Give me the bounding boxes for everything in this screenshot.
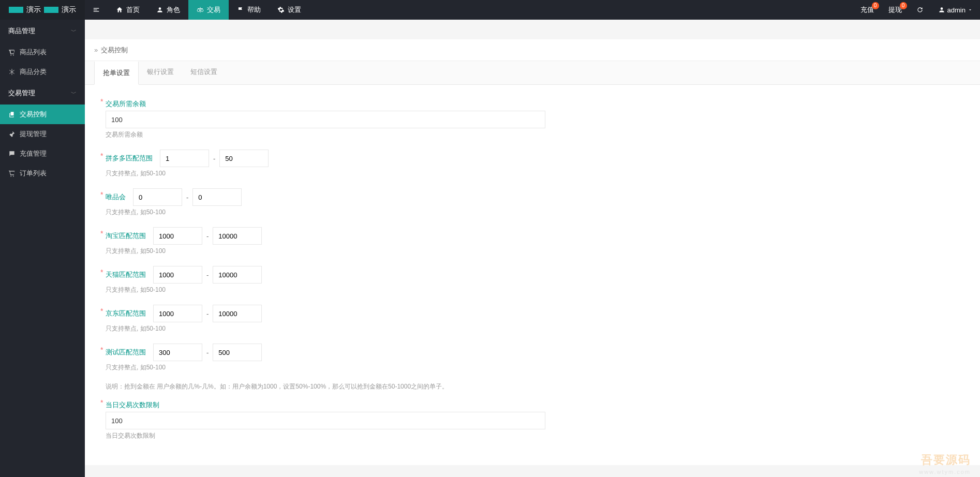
sidebar-item-product-category[interactable]: 商品分类 — [0, 62, 85, 82]
field-range-tmall: 天猫匹配范围 - 只支持整点, 如50-100 — [106, 266, 959, 294]
tab-label: 抢单设置 — [103, 69, 130, 77]
sidebar-group-trade-label: 交易管理 — [8, 88, 35, 98]
logo-text-1: 演示 — [26, 5, 41, 14]
daily-limit-help: 当日交易次数限制 — [106, 431, 959, 440]
sidebar-item-withdraw-manage[interactable]: 提现管理 — [0, 124, 85, 144]
breadcrumb: » 交易控制 — [85, 39, 980, 61]
range-max-input[interactable] — [192, 188, 242, 206]
sidebar: 商品管理 ﹀ 商品列表 商品分类 交易管理 ﹀ 交易控制 提现管理 充值管理 订… — [0, 20, 85, 465]
recharge-button[interactable]: 充值 0 — [853, 0, 881, 20]
tab-sms-settings[interactable]: 短信设置 — [182, 61, 226, 84]
top-header: 演示 演示 首页 角色 交易 帮助 设置 充值 0 — [0, 0, 980, 20]
chevron-down-icon: ﹀ — [71, 27, 77, 35]
range-min-input[interactable] — [160, 150, 209, 167]
breadcrumb-sep-icon: » — [94, 46, 98, 54]
tab-label: 银行设置 — [147, 68, 174, 76]
menu-toggle-button[interactable] — [85, 0, 108, 20]
range-help: 只支持整点, 如50-100 — [106, 169, 959, 178]
range-max-input[interactable] — [213, 266, 262, 284]
content-panel: 抢单设置 银行设置 短信设置 交易所需余额 交易所需余额 拼多多匹配范围 - 只… — [85, 61, 980, 465]
range-help: 只支持整点, 如50-100 — [106, 247, 959, 256]
range-label: 天猫匹配范围 — [106, 270, 146, 279]
cart-icon — [8, 49, 16, 56]
range-help: 只支持整点, 如50-100 — [106, 286, 959, 294]
menu-icon — [93, 6, 100, 13]
snow-icon — [8, 68, 16, 76]
nav-help-label: 帮助 — [247, 5, 261, 14]
nav-trade-label: 交易 — [207, 5, 220, 14]
dash: - — [206, 310, 209, 318]
nav-settings[interactable]: 设置 — [269, 0, 309, 20]
balance-input[interactable] — [106, 111, 545, 128]
dash: - — [206, 349, 209, 356]
sidebar-item-label: 订单列表 — [20, 169, 47, 178]
header-spacer — [309, 0, 853, 20]
user-menu[interactable]: admin — [931, 0, 980, 20]
withdraw-button[interactable]: 提现 0 — [881, 0, 909, 20]
sidebar-item-label: 充值管理 — [20, 149, 47, 158]
nav-home-label: 首页 — [126, 5, 140, 14]
dash: - — [206, 271, 209, 279]
field-range-test: 测试匹配范围 - 只支持整点, 如50-100 — [106, 344, 959, 372]
logo: 演示 演示 — [0, 0, 85, 20]
sidebar-group-product-label: 商品管理 — [8, 26, 35, 36]
tab-bank-settings[interactable]: 银行设置 — [139, 61, 182, 84]
dash: - — [213, 155, 215, 162]
refresh-icon — [916, 6, 924, 13]
range-min-input[interactable] — [153, 344, 202, 361]
gear-icon — [277, 6, 285, 13]
copy-icon — [8, 111, 16, 118]
range-max-input[interactable] — [213, 227, 262, 245]
form-note: 说明：抢到金额在 用户余额的几%-几%。如：用户余额为1000，设置50%-10… — [106, 382, 959, 391]
tab-label: 短信设置 — [190, 68, 217, 76]
daily-limit-input[interactable] — [106, 412, 545, 429]
range-min-input[interactable] — [153, 227, 202, 245]
nav-role[interactable]: 角色 — [148, 0, 188, 20]
balance-label: 交易所需余额 — [106, 99, 146, 109]
balance-help: 交易所需余额 — [106, 130, 959, 139]
refresh-button[interactable] — [909, 0, 931, 20]
sidebar-item-label: 交易控制 — [20, 110, 47, 119]
field-range-taobao: 淘宝匹配范围 - 只支持整点, 如50-100 — [106, 227, 959, 256]
nav-home[interactable]: 首页 — [108, 0, 148, 20]
chevron-down-icon — [968, 6, 973, 13]
logo-text-2: 演示 — [62, 5, 76, 14]
range-label: 测试匹配范围 — [106, 348, 146, 357]
top-nav: 首页 角色 交易 帮助 设置 — [108, 0, 309, 20]
range-max-input[interactable] — [219, 150, 269, 167]
main-area: » 交易控制 抢单设置 银行设置 短信设置 交易所需余额 交易所需余额 拼多多匹… — [85, 39, 980, 465]
user-icon — [156, 6, 164, 13]
sidebar-item-label: 商品列表 — [20, 48, 47, 57]
nav-role-label: 角色 — [167, 5, 180, 14]
nav-trade[interactable]: 交易 — [188, 0, 229, 20]
sidebar-group-trade[interactable]: 交易管理 ﹀ — [0, 82, 85, 105]
form-area: 交易所需余额 交易所需余额 拼多多匹配范围 - 只支持整点, 如50-100 唯… — [85, 85, 980, 465]
nav-help[interactable]: 帮助 — [229, 0, 269, 20]
daily-limit-label: 当日交易次数限制 — [106, 400, 159, 410]
field-daily-limit: 当日交易次数限制 当日交易次数限制 — [106, 400, 959, 440]
breadcrumb-title: 交易控制 — [101, 46, 128, 55]
sidebar-item-order-list[interactable]: 订单列表 — [0, 163, 85, 183]
field-range-pdd: 拼多多匹配范围 - 只支持整点, 如50-100 — [106, 150, 959, 178]
sidebar-item-product-list[interactable]: 商品列表 — [0, 42, 85, 62]
header-right: 充值 0 提现 0 admin — [853, 0, 980, 20]
sidebar-item-recharge-manage[interactable]: 充值管理 — [0, 144, 85, 163]
tab-grab-settings[interactable]: 抢单设置 — [94, 61, 139, 85]
cart2-icon — [8, 170, 16, 177]
field-balance: 交易所需余额 交易所需余额 — [106, 99, 959, 139]
sidebar-item-trade-control[interactable]: 交易控制 — [0, 105, 85, 124]
range-label: 淘宝匹配范围 — [106, 231, 146, 241]
range-max-input[interactable] — [213, 344, 262, 361]
sidebar-group-product[interactable]: 商品管理 ﹀ — [0, 20, 85, 42]
logo-block-1 — [9, 7, 23, 13]
range-min-input[interactable] — [153, 305, 202, 322]
tabs: 抢单设置 银行设置 短信设置 — [85, 61, 980, 85]
field-range-vip: 唯品会 - 只支持整点, 如50-100 — [106, 188, 959, 217]
range-max-input[interactable] — [213, 305, 262, 322]
flag-icon — [237, 6, 244, 13]
range-label: 唯品会 — [106, 192, 126, 202]
logo-block-2 — [44, 7, 58, 13]
range-min-input[interactable] — [153, 266, 202, 284]
range-min-input[interactable] — [133, 188, 182, 206]
pin-icon — [8, 130, 16, 138]
